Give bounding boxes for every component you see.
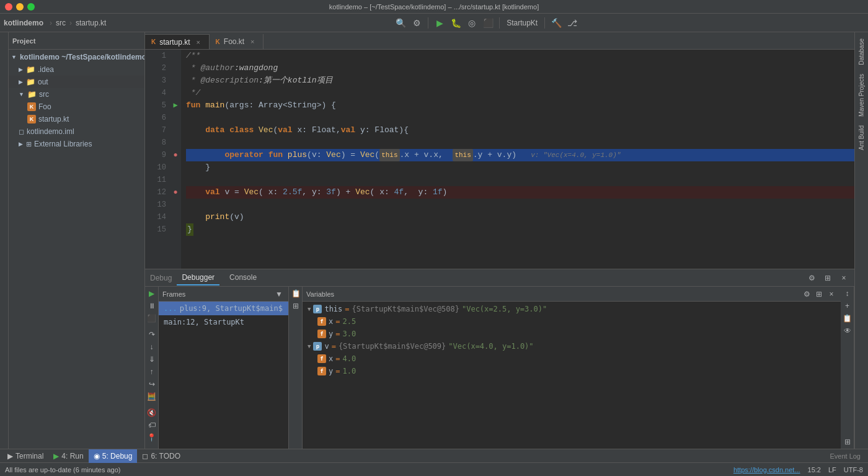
- code-12-y1-val: 3f: [326, 186, 336, 199]
- btab-debug-label: 5: Debug: [102, 452, 133, 460]
- debug-panel-close[interactable]: ×: [838, 272, 849, 284]
- tree-item-foo[interactable]: K Foo: [9, 101, 144, 113]
- code-12-y2-val: 1f: [433, 186, 443, 199]
- btab-todo-label: 6: TODO: [151, 452, 180, 460]
- git-button[interactable]: ⎇: [565, 16, 579, 30]
- code-12-p1: (: [259, 186, 268, 199]
- var-restore2-btn[interactable]: ⊞: [842, 436, 853, 447]
- var-v-y[interactable]: f y = 1.0: [303, 365, 841, 377]
- var-arrow-v[interactable]: ▼: [308, 343, 311, 349]
- minimize-button[interactable]: [16, 3, 24, 11]
- stop-button[interactable]: ⬛: [481, 16, 495, 30]
- code-area[interactable]: /** * @author:wangdong * @description:第一…: [181, 50, 854, 269]
- var-copy-btn[interactable]: 📋: [842, 313, 853, 324]
- mute-btn[interactable]: 🔇: [146, 407, 157, 418]
- btab-terminal[interactable]: ▶ Terminal: [2, 449, 48, 463]
- tab-foo-kt[interactable]: K Foo.kt ×: [210, 34, 264, 49]
- btab-todo[interactable]: ◻ 6: TODO: [137, 449, 185, 463]
- var-sort-btn[interactable]: ↕: [842, 288, 853, 299]
- maximize-button[interactable]: [27, 3, 35, 11]
- toolbar-search-button[interactable]: 🔍: [394, 16, 407, 30]
- tree-item-idea[interactable]: ▶ 📁 .idea: [9, 63, 144, 76]
- error-gutter-12: ●: [173, 186, 177, 199]
- code-3-content: * @description:第一个kotlin项目: [186, 74, 333, 87]
- resume-btn[interactable]: ▶: [146, 288, 157, 299]
- var-this-y[interactable]: f y = 3.0: [303, 328, 841, 340]
- linenum-11: 11: [145, 174, 166, 186]
- step-over-btn[interactable]: ↷: [146, 329, 157, 340]
- btab-run[interactable]: ▶ 4: Run: [48, 449, 88, 463]
- linenum-3: 3: [145, 74, 166, 87]
- pause-btn[interactable]: ⏸: [146, 300, 157, 312]
- kotlin-icon-startup: K: [27, 115, 36, 123]
- frame-item-main[interactable]: main:12, StartupKt: [159, 315, 288, 329]
- frames-copy-btn[interactable]: 📋: [290, 288, 301, 299]
- right-side: K startup.kt × K Foo.kt × 1 2 3 4 5 6 7 …: [145, 32, 854, 449]
- frames-list: ... plus:9, StartupKt$main$ main:12, Sta…: [159, 302, 288, 449]
- vars-close-btn[interactable]: ×: [826, 289, 837, 300]
- var-val-v-x: 4.0: [342, 354, 356, 363]
- tree-item-startup[interactable]: K startup.kt: [9, 113, 144, 125]
- code-12-comma1: ,: [302, 186, 312, 199]
- tab-close-startup[interactable]: ×: [194, 38, 203, 47]
- btab-debug[interactable]: ◉ 5: Debug: [89, 449, 138, 463]
- show-execution-btn[interactable]: 📍: [146, 432, 157, 443]
- build-button[interactable]: 🔨: [549, 16, 563, 30]
- debug-button[interactable]: 🐛: [449, 16, 463, 30]
- code-line-11: [186, 174, 854, 186]
- linenum-1: 1: [145, 50, 166, 62]
- gutter-5[interactable]: ▶: [170, 99, 181, 112]
- tree-item-out[interactable]: ▶ 📁 out: [9, 76, 144, 88]
- var-add-btn[interactable]: +: [842, 300, 853, 312]
- tree-item-src[interactable]: ▼ 📁 src: [9, 88, 144, 101]
- var-v-x[interactable]: f x = 4.0: [303, 353, 841, 365]
- step-into-btn[interactable]: ↓: [146, 341, 157, 353]
- var-this-x[interactable]: f x = 2.5: [303, 315, 841, 328]
- code-12-comma2: ,: [404, 186, 418, 199]
- vtab-maven[interactable]: Maven Projects: [856, 70, 867, 120]
- status-link[interactable]: https://blog.csdn.net...: [733, 466, 800, 474]
- tab-close-foo[interactable]: ×: [248, 37, 257, 46]
- var-val-this-x: 2.5: [342, 317, 356, 326]
- frames-restore-btn[interactable]: ⊞: [290, 300, 301, 312]
- evaluate-btn[interactable]: 🧮: [146, 391, 157, 402]
- step-out-btn[interactable]: ↑: [146, 366, 157, 377]
- status-lf: LF: [828, 466, 836, 474]
- var-icon-v-y: f: [317, 367, 326, 375]
- stop-debug-btn[interactable]: ⬛: [146, 313, 157, 324]
- event-log-link[interactable]: Event Log: [825, 452, 866, 460]
- var-this[interactable]: ▼ p this = {StartupKt$main$Vec@508} "Vec…: [303, 303, 841, 315]
- libs-icon: ⊞: [26, 140, 32, 148]
- coverage-button[interactable]: ◎: [465, 16, 479, 30]
- debug-panel-settings[interactable]: ⚙: [806, 272, 817, 284]
- vtab-ant[interactable]: Ant Build: [856, 122, 867, 154]
- var-watch-btn[interactable]: 👁: [842, 325, 853, 336]
- code-1-content: /**: [186, 50, 200, 62]
- tree-item-iml[interactable]: ◻ kotlindemo.iml: [9, 125, 144, 138]
- tree-item-extlibs[interactable]: ▶ ⊞ External Libraries: [9, 138, 144, 150]
- var-v[interactable]: ▼ p v = {StartupKt$main$Vec@509} "Vec(x=…: [303, 340, 841, 353]
- var-arrow-this[interactable]: ▼: [308, 306, 311, 312]
- close-button[interactable]: [5, 3, 12, 11]
- force-step-into-btn[interactable]: ⇓: [146, 354, 157, 365]
- mark-obj-btn[interactable]: 🏷: [146, 420, 157, 431]
- run-to-cursor-btn[interactable]: ↪: [146, 379, 157, 390]
- editor-tabs: K startup.kt × K Foo.kt ×: [145, 32, 854, 50]
- run-button[interactable]: ▶: [433, 16, 446, 30]
- frames-filter-btn[interactable]: ▼: [273, 289, 285, 300]
- code-14-indent: [186, 211, 205, 223]
- gutter-6: [170, 112, 181, 124]
- gutter-9: ●: [170, 149, 181, 161]
- tab-startup-kt[interactable]: K startup.kt ×: [145, 34, 210, 49]
- vtab-database[interactable]: Database: [856, 35, 867, 69]
- vars-settings-btn[interactable]: ⚙: [801, 289, 812, 300]
- frame-item-plus[interactable]: ... plus:9, StartupKt$main$: [159, 302, 288, 315]
- var-eq-this-x: =: [335, 317, 340, 326]
- tree-item-root[interactable]: ▼ kotlindemo ~/TestSpace/kotlindemo: [9, 51, 144, 63]
- toolbar-settings-button[interactable]: ⚙: [410, 16, 423, 30]
- code-line-9: operator fun plus(v: Vec) = Vec(this.x +…: [186, 149, 854, 161]
- panel-tab-debugger[interactable]: Debugger: [177, 271, 219, 285]
- panel-tab-console[interactable]: Console: [224, 271, 262, 285]
- debug-panel-restore[interactable]: ⊞: [822, 272, 833, 284]
- vars-restore-btn[interactable]: ⊞: [813, 289, 825, 300]
